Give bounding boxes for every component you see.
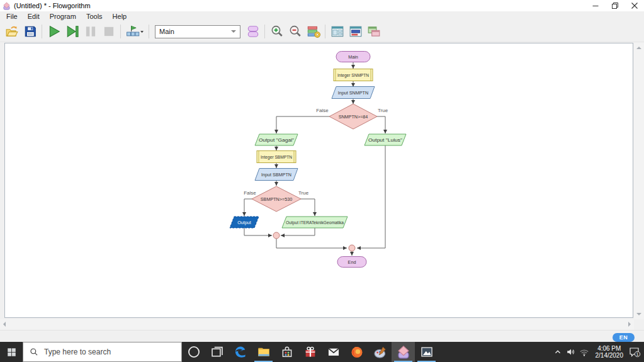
taskbar-cortana[interactable] bbox=[182, 342, 205, 362]
taskbar-store[interactable] bbox=[275, 342, 298, 362]
function-selector[interactable]: Main bbox=[155, 25, 240, 38]
node-label: Output "Gagal" bbox=[259, 137, 295, 143]
taskbar-paint[interactable] bbox=[368, 342, 392, 362]
start-button[interactable] bbox=[0, 342, 23, 362]
add-function-icon bbox=[246, 25, 260, 38]
taskbar: Type here to search 4:06 PM 2/14/2020 1 bbox=[0, 342, 644, 362]
zoom-out-button[interactable] bbox=[286, 23, 304, 40]
flowchart-canvas[interactable]: FalseTrueFalseTrueMainInteger SNMPTNInpu… bbox=[4, 43, 633, 318]
flow-node-decision-snmptn[interactable]: SNMPTN>=84 bbox=[329, 104, 377, 129]
flow-node-output-lulus[interactable]: Output "Lulus" bbox=[364, 134, 406, 145]
layout-windows-button[interactable] bbox=[364, 23, 383, 40]
layout-console-icon bbox=[349, 25, 363, 38]
zoom-in-icon bbox=[270, 25, 284, 38]
scroll-left-icon[interactable] bbox=[3, 322, 6, 327]
run-button[interactable] bbox=[45, 23, 63, 40]
menu-tools[interactable]: Tools bbox=[81, 12, 108, 21]
stop-icon bbox=[102, 25, 116, 38]
flow-node-connector-2[interactable] bbox=[349, 245, 355, 251]
toolbar-separator bbox=[42, 25, 42, 38]
taskbar-search[interactable]: Type here to search bbox=[23, 342, 182, 362]
toolbar-separator bbox=[264, 25, 265, 38]
taskbar-edge[interactable] bbox=[229, 342, 252, 362]
taskbar-mail[interactable] bbox=[322, 342, 345, 362]
flow-node-input-snmptn[interactable]: Input SNMPTN bbox=[332, 87, 375, 99]
menu-program[interactable]: Program bbox=[45, 12, 81, 21]
status-bar bbox=[0, 330, 644, 342]
taskbar-photos[interactable] bbox=[415, 342, 438, 362]
workspace: FalseTrueFalseTrueMainInteger SNMPTNInpu… bbox=[0, 42, 644, 342]
photos-icon bbox=[420, 345, 434, 359]
branch-label: True bbox=[298, 190, 309, 196]
node-label: Input SNMPTN bbox=[338, 90, 368, 96]
flow-node-input-sbmptn[interactable]: Input SBMPTN bbox=[255, 169, 298, 181]
stop-button bbox=[99, 23, 118, 40]
system-tray: 4:06 PM 2/14/2020 1 bbox=[551, 342, 644, 362]
node-label: Output "Lulus" bbox=[368, 137, 403, 143]
minimize-button[interactable] bbox=[585, 0, 605, 11]
branch-label: True bbox=[378, 108, 388, 113]
add-function-button[interactable] bbox=[244, 23, 262, 40]
layout-chart-console-button[interactable] bbox=[328, 23, 346, 40]
vertical-scrollbar[interactable] bbox=[634, 43, 644, 319]
toolbar-separator bbox=[120, 25, 121, 38]
menu-help[interactable]: Help bbox=[108, 12, 132, 21]
flow-node-main[interactable]: Main bbox=[336, 52, 370, 62]
flow-node-end[interactable]: End bbox=[337, 257, 366, 268]
notification-count: 1 bbox=[636, 352, 638, 356]
flow-node-output-itera[interactable]: Output ITERATeknikGeomatika bbox=[282, 217, 347, 228]
zoom-in-button[interactable] bbox=[268, 23, 286, 40]
scroll-up-icon[interactable] bbox=[636, 47, 641, 49]
node-label: Output ITERATeknikGeomatika bbox=[286, 220, 344, 225]
taskbar-gift[interactable] bbox=[298, 342, 322, 362]
close-button[interactable] bbox=[624, 0, 644, 11]
flow-node-connector-1[interactable] bbox=[273, 232, 280, 239]
menu-edit[interactable]: Edit bbox=[23, 12, 45, 21]
flow-edge[interactable] bbox=[377, 116, 385, 133]
flow-node-declare-sbmptn[interactable]: Integer SBMPTN bbox=[257, 151, 296, 163]
clock[interactable]: 4:06 PM 2/14/2020 bbox=[591, 345, 628, 359]
flow-edge[interactable] bbox=[281, 228, 315, 235]
save-button[interactable] bbox=[21, 23, 39, 40]
flow-node-output-selected[interactable]: Output bbox=[230, 217, 259, 228]
layout-console-button[interactable] bbox=[346, 23, 364, 40]
taskbar-file-explorer[interactable] bbox=[252, 342, 275, 362]
flow-edge[interactable] bbox=[300, 199, 315, 216]
network-wifi-icon[interactable] bbox=[578, 342, 591, 362]
horizontal-scrollbar[interactable] bbox=[0, 319, 634, 330]
language-badge[interactable]: EN bbox=[613, 333, 635, 342]
gift-icon bbox=[303, 345, 317, 359]
file-explorer-icon bbox=[257, 345, 271, 359]
restore-button[interactable] bbox=[605, 0, 624, 11]
flow-edge[interactable] bbox=[357, 145, 385, 248]
tray-chevron-up-icon[interactable] bbox=[551, 342, 565, 362]
flow-node-declare-snmptn[interactable]: Integer SNMPTN bbox=[334, 69, 373, 81]
flow-edge[interactable] bbox=[276, 116, 329, 133]
step-button[interactable] bbox=[63, 23, 81, 40]
flow-edge[interactable] bbox=[244, 199, 252, 216]
search-icon bbox=[30, 348, 38, 356]
save-icon bbox=[23, 25, 37, 38]
flow-node-output-gagal[interactable]: Output "Gagal" bbox=[255, 134, 298, 145]
toolbar-separator bbox=[325, 25, 325, 38]
flow-node-decision-sbmptn[interactable]: SBMPTN>=530 bbox=[252, 186, 301, 212]
variable-watch-button[interactable] bbox=[304, 23, 322, 40]
run-to-cursor-button[interactable] bbox=[123, 23, 146, 40]
taskbar-firefox[interactable] bbox=[345, 342, 368, 362]
flow-edge[interactable] bbox=[244, 228, 272, 235]
open-button[interactable] bbox=[3, 23, 21, 40]
scroll-right-icon[interactable] bbox=[628, 322, 631, 327]
scroll-down-icon[interactable] bbox=[636, 313, 641, 315]
menu-file[interactable]: File bbox=[1, 12, 23, 21]
taskbar-flowgorithm[interactable] bbox=[392, 342, 415, 362]
taskbar-task-view[interactable] bbox=[205, 342, 229, 362]
window-controls bbox=[585, 0, 644, 11]
title-bar: (Untitled) * - Flowgorithm bbox=[0, 0, 644, 11]
volume-icon[interactable] bbox=[565, 342, 578, 362]
flowgorithm-app-icon bbox=[397, 345, 410, 359]
variables-icon bbox=[307, 25, 320, 38]
clock-time: 4:06 PM bbox=[596, 345, 624, 352]
notification-center-icon[interactable]: 1 bbox=[628, 342, 641, 362]
flow-edge[interactable] bbox=[276, 239, 347, 248]
branch-label: False bbox=[316, 108, 329, 113]
